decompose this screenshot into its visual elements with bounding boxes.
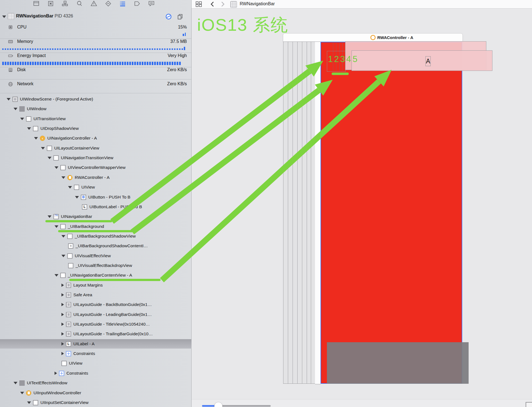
gauge-label[interactable]: CPU <box>17 25 27 30</box>
source-control-icon[interactable] <box>47 0 54 7</box>
tree-row-label: UINavigationTransitionView <box>61 155 113 160</box>
disclosure-triangle[interactable] <box>27 127 31 130</box>
view-icon <box>68 263 73 268</box>
gauge-value: Zero KB/s <box>167 67 187 72</box>
energy-meter <box>2 62 182 65</box>
view-icon <box>74 185 79 190</box>
disclosure-triangle[interactable] <box>14 108 17 110</box>
disclosure-triangle[interactable] <box>75 196 79 199</box>
tree-row-label: _UIVisualEffectBackdropView <box>76 263 132 268</box>
disclosure-triangle[interactable] <box>34 137 38 140</box>
disclosure-triangle[interactable] <box>61 293 64 297</box>
disclosure-triangle[interactable] <box>61 342 64 346</box>
button-icon: B <box>81 195 86 200</box>
tree-row-label: UILabel - A <box>73 341 95 346</box>
disclosure-triangle[interactable] <box>61 176 65 179</box>
disclosure-triangle[interactable] <box>55 274 58 277</box>
disclosure-triangle[interactable] <box>61 255 65 257</box>
breakpoints-icon[interactable] <box>133 0 141 7</box>
reports-icon[interactable] <box>148 0 155 7</box>
selected-red-view[interactable] <box>321 42 462 384</box>
disclosure-triangle[interactable] <box>48 157 51 159</box>
tree-row-label: UITransitionView <box>33 116 66 121</box>
disclosure-triangle[interactable] <box>61 352 64 355</box>
push-button-view[interactable]: PUSH To B <box>327 342 469 384</box>
disclosure-triangle[interactable] <box>2 16 6 18</box>
disclosure-triangle[interactable] <box>27 401 31 404</box>
annotation-title: iOS13 系统 <box>197 13 288 37</box>
disclosure-triangle[interactable] <box>41 147 45 150</box>
navbar-content-view[interactable] <box>352 50 492 71</box>
label-icon: L <box>66 341 71 347</box>
separator <box>0 53 191 53</box>
disclosure-triangle[interactable] <box>55 166 58 169</box>
tree-row[interactable]: UITransitionView <box>0 114 211 123</box>
view-icon <box>60 273 66 278</box>
tests-icon[interactable] <box>105 0 112 7</box>
tree-row[interactable]: UIWindow <box>0 104 205 114</box>
windows-icon[interactable] <box>177 13 184 20</box>
tree-row[interactable]: UITextEffectsWindow <box>0 378 205 388</box>
navbar-title-label[interactable]: A <box>425 56 431 66</box>
annotation-number: 2 <box>334 54 339 64</box>
memory-icon <box>7 39 14 45</box>
separator <box>0 67 191 67</box>
view-controller-badge[interactable]: RWAController - A <box>370 35 413 40</box>
disclosure-triangle[interactable] <box>61 235 65 238</box>
jump-bar-title[interactable]: RWNavigationBar <box>240 1 275 6</box>
project-icon[interactable] <box>33 0 40 7</box>
debug-gauge-icon[interactable] <box>119 0 126 7</box>
disclosure-triangle[interactable] <box>61 313 64 316</box>
view-icon <box>53 155 59 161</box>
disclosure-triangle[interactable] <box>61 332 64 336</box>
cpu-meter-tick <box>185 33 186 36</box>
annotation-number: 4 <box>346 54 351 64</box>
disclosure-triangle[interactable] <box>61 284 64 287</box>
gauge-value: 37.5 MB <box>170 39 187 44</box>
navigation-controller-icon: ‹ <box>40 136 45 141</box>
tree-row-label: UIDropShadowView <box>40 126 79 131</box>
tree-row[interactable]: UIDropShadowView <box>0 124 218 133</box>
disclosure-triangle[interactable] <box>55 225 58 228</box>
symbols-icon[interactable] <box>61 0 69 7</box>
disclosure-triangle[interactable] <box>20 392 24 394</box>
layout-guide-icon <box>66 322 71 327</box>
layout-guide-icon <box>66 302 71 307</box>
disclosure-triangle[interactable] <box>61 303 64 306</box>
meter-tick <box>184 47 185 50</box>
gauge-label[interactable]: Memory <box>17 39 33 44</box>
app-icon <box>8 13 14 20</box>
image-view-icon: ✳ <box>68 243 73 249</box>
issues-icon[interactable] <box>90 0 97 7</box>
disclosure-triangle[interactable] <box>55 372 57 375</box>
tree-row[interactable]: UIInputSetContainerView <box>0 398 218 407</box>
forward-chevron-icon[interactable] <box>219 1 226 7</box>
tree-row-label: UILayoutGuide - BackButtonGuide(0x1… <box>73 302 152 307</box>
tree-row[interactable]: UIWindowScene - (Foreground Active) <box>0 94 198 104</box>
disclosure-triangle[interactable] <box>61 323 64 326</box>
tree-row-label: _UINavigationBarContentView - A <box>68 273 132 278</box>
back-chevron-icon[interactable] <box>209 1 216 7</box>
first-responder-corner-icon[interactable] <box>526 402 532 407</box>
disclosure-triangle[interactable] <box>48 215 51 218</box>
navigation-bar-icon: ‹ Title <box>53 214 59 219</box>
process-row[interactable]: RWNavigationBar PID 4326 <box>0 12 191 21</box>
search-icon[interactable] <box>76 0 83 7</box>
view-icon <box>67 234 73 239</box>
disclosure-triangle[interactable] <box>7 98 11 101</box>
gauge-label[interactable]: Network <box>17 81 33 86</box>
view-icon <box>33 126 38 131</box>
disclosure-triangle[interactable] <box>20 118 24 120</box>
disclosure-triangle[interactable] <box>68 186 72 189</box>
tree-row-label: UIView <box>69 361 82 366</box>
tree-row-label: UIInputSetContainerView <box>40 400 89 405</box>
layout-guide-icon <box>66 283 71 288</box>
tree-row[interactable]: UIInputWindowController <box>0 388 211 398</box>
hierarchy-grid-icon[interactable] <box>195 1 202 7</box>
gauge-label[interactable]: Energy Impact <box>17 53 46 58</box>
battery-icon <box>7 53 14 59</box>
gauge-label[interactable]: Disk <box>17 67 26 72</box>
view-icon <box>60 165 66 170</box>
pause-debug-icon[interactable] <box>165 13 172 20</box>
disclosure-triangle[interactable] <box>14 382 17 384</box>
